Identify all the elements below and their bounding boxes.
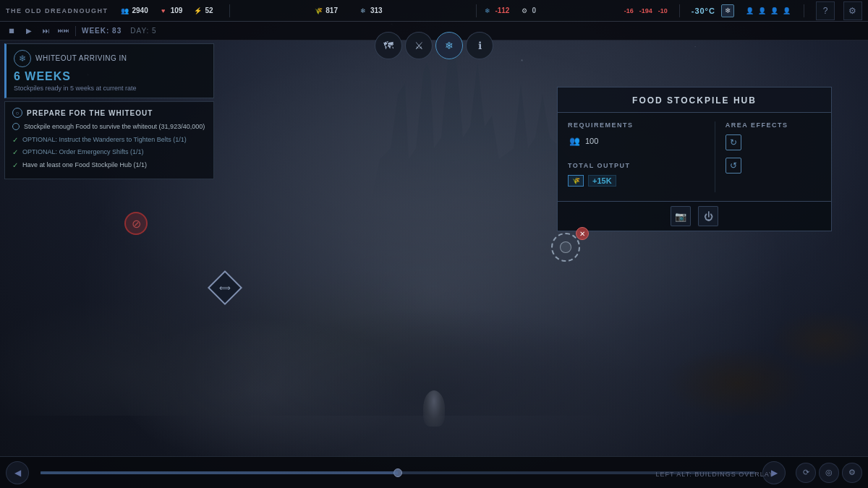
target-circle <box>551 233 580 262</box>
screenshot-button[interactable]: 📷 <box>671 206 691 226</box>
obj-bullet-1 <box>12 123 20 130</box>
alert-storm: ❄ -112 <box>482 6 509 16</box>
output-value: +15K <box>588 175 616 187</box>
alert-subtitle: Stockpiles ready in 5 weeks at current r… <box>14 85 206 92</box>
sword-button[interactable]: ⚔ <box>405 32 433 59</box>
map-marker-diamond[interactable]: ⟺ <box>213 275 237 300</box>
output-label: TOTAL OUTPUT <box>568 162 705 169</box>
play-button[interactable]: ▶ <box>23 25 35 37</box>
obj-check-3: ✓ <box>12 148 18 156</box>
map-view-button[interactable]: 🗺 <box>375 32 402 59</box>
person-icon-3: 👤 <box>770 7 778 14</box>
hub-title-bar: FOOD STOCKPILE HUB <box>557 87 832 112</box>
temperature-display: -30°C <box>692 7 715 15</box>
close-marker-icon[interactable]: ✕ <box>576 227 589 240</box>
faster-forward-button[interactable]: ⏭⏭ <box>58 25 69 37</box>
fast-forward-button[interactable]: ⏭ <box>41 25 52 37</box>
objectives-header: ○ PREPARE FOR THE WHITEOUT <box>12 108 206 118</box>
bottom-right-buttons: ⟳ ◎ ⚙ <box>796 463 862 483</box>
resource-workers: 👥 2940 <box>120 6 148 16</box>
resource-health: ♥ 109 <box>158 6 183 16</box>
obj-text-3: OPTIONAL: Order Emergency Shifts (1/1) <box>22 147 144 157</box>
settings-button[interactable]: ⚙ <box>843 1 862 20</box>
slider-fill <box>41 471 398 474</box>
whiteout-alert: ❄ WHITEOUT ARRIVING IN 6 WEEKS Stockpile… <box>4 43 214 98</box>
material-icon: ❄ <box>358 6 368 16</box>
food-output-icon: 🌾 <box>568 175 584 187</box>
objectives-title: PREPARE FOR THE WHITEOUT <box>27 109 153 117</box>
nav-prev-button[interactable]: ◀ <box>6 461 29 484</box>
day-display: DAY: 5 <box>130 27 156 35</box>
top-bar: THE OLD DREADNOUGHT 👥 2940 ♥ 109 ⚡ 52 🌾 … <box>0 0 868 22</box>
hub-requirements: REQUIREMENTS 👥 100 TOTAL OUTPUT 🌾 +15K <box>568 121 715 192</box>
requirements-label: REQUIREMENTS <box>568 121 705 129</box>
area-effect-1: ↻ <box>726 134 821 150</box>
snowflake: · <box>694 43 696 50</box>
snowflake-button[interactable]: ❄ <box>435 32 463 59</box>
obj-text-2: OPTIONAL: Instruct the Wanderers to Tigh… <box>22 135 187 145</box>
map-marker-circle[interactable]: ✕ <box>551 233 583 265</box>
map-marker-cancel[interactable]: ⊘ <box>124 212 148 235</box>
bottom-bar: ◀ ▶ LEFT ALT: BUILDINGS OVERLAY ⟳ ◎ ⚙ <box>0 456 868 488</box>
countdown-display: 6 WEEKS <box>14 70 206 83</box>
output-row: 🌾 +15K <box>568 175 705 187</box>
hub-body: REQUIREMENTS 👥 100 TOTAL OUTPUT 🌾 +15K A… <box>557 112 832 202</box>
stop-button[interactable]: ⏹ <box>6 25 17 37</box>
alert-header: ❄ WHITEOUT ARRIVING IN <box>14 50 206 67</box>
obj-text-1: Stockpile enough Food to survive the whi… <box>24 122 205 132</box>
divider-4 <box>804 4 804 17</box>
power-button[interactable]: ⏻ <box>698 206 718 226</box>
left-panel: ❄ WHITEOUT ARRIVING IN 6 WEEKS Stockpile… <box>4 43 214 179</box>
divider-3 <box>679 4 680 17</box>
top-right-info: -16 -194 -10 -30°C ❄ 👤 👤 👤 👤 ? ⚙ <box>624 1 862 20</box>
center-toolbar: 🗺 ⚔ ❄ ℹ <box>375 32 493 59</box>
area-effects-label: AREA EFFECTS <box>726 121 821 129</box>
character-figure <box>423 390 445 427</box>
alert-neutral: ⚙ 0 <box>519 6 536 16</box>
timeline-slider[interactable] <box>41 471 755 474</box>
info-button[interactable]: ℹ <box>466 32 493 59</box>
storm-icon: ❄ <box>482 6 493 16</box>
divider-2 <box>476 4 477 17</box>
sync-icon: ↻ <box>726 134 741 150</box>
hub-footer: 📷 ⏻ <box>557 202 832 231</box>
divider <box>229 4 230 17</box>
target-button[interactable]: ◎ <box>819 463 839 483</box>
alert-icon: ❄ <box>14 50 31 67</box>
food-icon: 🌾 <box>313 6 323 16</box>
snow-indicator: ❄ <box>721 4 734 17</box>
center-resources: 🌾 817 ❄ 313 <box>313 6 392 16</box>
gear-small-icon: ⚙ <box>519 6 529 16</box>
help-button[interactable]: ? <box>816 1 835 20</box>
workers-req-icon: 👥 <box>568 134 581 147</box>
person-icon-4: 👤 <box>783 7 791 14</box>
person-icon-1: 👤 <box>746 7 754 14</box>
hub-title: FOOD STOCKPILE HUB <box>632 95 757 106</box>
person-icon-2: 👤 <box>758 7 766 14</box>
health-icon: ♥ <box>158 6 169 16</box>
ctrl-divider <box>75 26 76 36</box>
requirements-value: 100 <box>585 137 598 145</box>
objective-item-4: ✓ Have at least one Food Stockpile Hub (… <box>12 160 206 170</box>
settings-bottom-button[interactable]: ⚙ <box>842 463 862 483</box>
workers-icon: 👥 <box>120 6 130 16</box>
objectives-panel: ○ PREPARE FOR THE WHITEOUT Stockpile eno… <box>4 101 214 179</box>
snowflake: * <box>521 58 523 64</box>
top-right-icons: 👤 👤 👤 👤 <box>744 7 792 14</box>
game-title: THE OLD DREADNOUGHT <box>6 7 109 14</box>
rotate-button[interactable]: ⟳ <box>796 463 816 483</box>
objective-item-2: ✓ OPTIONAL: Instruct the Wanderers to Ti… <box>12 135 206 145</box>
resource-material: ❄ 313 <box>358 6 383 16</box>
requirements-row: 👥 100 <box>568 134 705 147</box>
objective-item-1: Stockpile enough Food to survive the whi… <box>12 122 206 132</box>
area-effect-2: ↺ <box>726 158 821 174</box>
week-display: WEEK: 83 <box>82 27 122 35</box>
refresh-icon: ↺ <box>726 158 741 174</box>
hub-area-effects: AREA EFFECTS ↻ ↺ <box>715 121 821 192</box>
obj-check-2: ✓ <box>12 136 18 144</box>
obj-check-4: ✓ <box>12 161 18 169</box>
spacer <box>568 153 705 162</box>
overlay-hint: LEFT ALT: BUILDINGS OVERLAY <box>655 471 774 478</box>
resource-food: 🌾 817 <box>313 6 338 16</box>
faith-icon: ⚡ <box>192 6 203 16</box>
